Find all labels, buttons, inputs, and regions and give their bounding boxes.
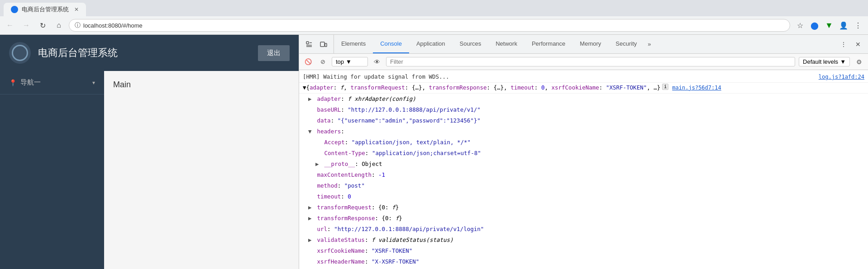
close-devtools-icon[interactable]: ✕ — [852, 38, 864, 51]
devtools-tabs: Elements Console Application Sources Net… — [299, 35, 868, 54]
level-value: Default levels — [803, 58, 838, 65]
extension-icon[interactable]: ▼ — [823, 19, 835, 32]
logout-button[interactable]: 退出 — [258, 45, 290, 61]
devtools-right-icons: ⋮ ✕ — [834, 35, 868, 53]
svg-rect-4 — [320, 42, 324, 47]
location-icon: 📍 — [9, 79, 17, 86]
devtools-toolbar: 🚫 ⊘ top ▼ 👁 Default levels ▼ ⚙ — [299, 54, 868, 70]
back-button[interactable]: ← — [4, 19, 16, 32]
level-dropdown-icon: ▼ — [840, 58, 846, 65]
block-icon[interactable]: ⊘ — [317, 57, 328, 67]
hmr-message: [HMR] Waiting for update signal from WDS… — [303, 73, 819, 81]
app-logo — [9, 42, 31, 64]
profile-icon[interactable]: ⬤ — [808, 19, 821, 32]
transformrequest-expand-arrow[interactable]: ▶ — [308, 203, 314, 212]
device-toolbar-icon[interactable] — [317, 38, 330, 51]
tab-elements[interactable]: Elements — [334, 35, 373, 53]
settings-icon[interactable]: ⚙ — [854, 57, 864, 67]
address-text: localhost:8080/#/home — [83, 22, 784, 29]
console-obj-transformresponse: ▶ transformResponse: {0: f} — [299, 213, 868, 224]
console-obj-baseurl: baseURL: "http://127.0.0.1:8888/api/priv… — [299, 104, 868, 115]
bookmark-icon[interactable]: ☆ — [794, 19, 806, 32]
app-title: 电商后台管理系统 — [38, 46, 251, 60]
tab-close-icon[interactable]: ✕ — [74, 6, 79, 13]
console-obj-timeout: timeout: 0 — [299, 191, 868, 202]
hmr-log-link[interactable]: log.js?1afd:24 — [819, 73, 864, 81]
tab-network[interactable]: Network — [488, 35, 525, 53]
tab-more[interactable]: » — [644, 35, 654, 53]
eye-icon[interactable]: 👁 — [372, 57, 382, 67]
sidebar-item-nav1[interactable]: 📍 导航一 ▾ — [0, 71, 104, 94]
console-obj-xsrf-header: xsrfHeaderName: "X-XSRF-TOKEN" — [299, 256, 868, 267]
console-obj-maxcontentlength: maxContentLength: -1 — [299, 170, 868, 180]
lock-icon: ⓘ — [75, 21, 81, 29]
tab-bar: 电商后台管理系统 ✕ — [0, 0, 868, 16]
browser-tab[interactable]: 电商后台管理系统 ✕ — [4, 3, 86, 16]
tab-performance[interactable]: Performance — [525, 35, 572, 53]
context-dropdown-icon: ▼ — [346, 58, 352, 65]
forward-button[interactable]: → — [20, 19, 33, 32]
transformresponse-expand-arrow[interactable]: ▶ — [308, 214, 314, 223]
inspect-element-icon[interactable] — [303, 38, 315, 51]
app-header: 电商后台管理系统 退出 — [0, 35, 299, 71]
svg-rect-0 — [306, 42, 309, 44]
console-obj-method: method: "post" — [299, 180, 868, 191]
devtools-area: Elements Console Application Sources Net… — [299, 35, 868, 269]
console-obj-url: url: "http://127.0.0.1:8888/api/private/… — [299, 224, 868, 235]
clear-console-icon[interactable]: 🚫 — [303, 57, 314, 67]
console-output: [HMR] Waiting for update signal from WDS… — [299, 70, 868, 269]
console-obj-headers-key: ▼ headers: — [299, 126, 868, 137]
validatestatus-expand-arrow[interactable]: ▶ — [308, 236, 314, 245]
refresh-button[interactable]: ↻ — [36, 19, 49, 32]
main-panel-title: Main — [113, 80, 131, 89]
tab-application[interactable]: Application — [409, 35, 453, 53]
tab-title: 电商后台管理系统 — [22, 5, 69, 14]
app-body: 📍 导航一 ▾ Main — [0, 71, 299, 269]
console-obj-validatestatus: ▶ validateStatus: f validateStatus(statu… — [299, 235, 868, 245]
address-bar[interactable]: ⓘ localhost:8080/#/home — [69, 19, 790, 32]
home-button[interactable]: ⌂ — [52, 19, 65, 32]
proto-headers-expand-arrow[interactable]: ▶ — [315, 160, 321, 169]
console-obj-adapter: ▶ adapter: f xhrAdapter(config) — [299, 94, 868, 104]
console-obj-data: data: "{"username":"admin","password":"1… — [299, 115, 868, 126]
app-area: 电商后台管理系统 退出 📍 导航一 ▾ Main — [0, 35, 299, 269]
browser-actions: ☆ ⬤ ▼ 👤 ⋮ — [794, 19, 864, 32]
svg-rect-5 — [325, 43, 327, 47]
console-obj-content-type: Content-Type: "application/json;charset=… — [299, 148, 868, 159]
chevron-down-icon: ▾ — [92, 80, 95, 86]
devtools-left-icons — [299, 35, 334, 53]
app-sidebar: 📍 导航一 ▾ — [0, 71, 104, 269]
console-line-obj-summary: ▼ {adapter: f, transformRequest: {…}, tr… — [299, 83, 868, 94]
main-content: 电商后台管理系统 退出 📍 导航一 ▾ Main — [0, 35, 868, 269]
tab-memory[interactable]: Memory — [572, 35, 608, 53]
sidebar-nav-label: 导航一 — [20, 78, 41, 87]
context-selector[interactable]: top ▼ — [332, 57, 368, 66]
obj-expand-tag[interactable]: i — [662, 84, 668, 90]
obj-summary-text: {adapter: f, transformRequest: {…}, tran… — [306, 84, 661, 92]
browser-chrome: 电商后台管理系统 ✕ ← → ↻ ⌂ ⓘ localhost:8080/#/ho… — [0, 0, 868, 35]
tab-favicon — [11, 6, 18, 13]
more-options-icon[interactable]: ⋮ — [837, 38, 850, 51]
obj-expand-arrow[interactable]: ▼ — [303, 84, 306, 92]
tab-security[interactable]: Security — [608, 35, 644, 53]
filter-input[interactable] — [386, 57, 795, 66]
more-menu-icon[interactable]: ⋮ — [852, 19, 864, 32]
tab-sources[interactable]: Sources — [453, 35, 489, 53]
app-main-panel: Main — [104, 71, 299, 269]
console-line-hmr: [HMR] Waiting for update signal from WDS… — [299, 72, 868, 83]
console-obj-proto-main: ▶ __proto__: Object — [299, 267, 868, 269]
console-obj-xsrf-cookie: xsrfCookieName: "XSRF-TOKEN" — [299, 245, 868, 256]
console-obj-transformrequest: ▶ transformRequest: {0: f} — [299, 202, 868, 213]
adapter-expand-arrow[interactable]: ▶ — [308, 94, 314, 104]
address-bar-row: ← → ↻ ⌂ ⓘ localhost:8080/#/home ☆ ⬤ ▼ 👤 … — [0, 16, 868, 34]
console-obj-proto-headers: ▶ __proto__: Object — [299, 159, 868, 170]
app-logo-inner — [12, 45, 28, 61]
obj-source-link[interactable]: main.js?56d7:14 — [672, 84, 721, 92]
headers-expand-arrow[interactable]: ▼ — [308, 127, 314, 136]
tab-console[interactable]: Console — [373, 35, 409, 53]
context-value: top — [336, 58, 344, 65]
console-obj-accept: Accept: "application/json, text/plain, *… — [299, 137, 868, 148]
level-selector[interactable]: Default levels ▼ — [799, 57, 850, 66]
user-menu-icon[interactable]: 👤 — [837, 19, 850, 32]
